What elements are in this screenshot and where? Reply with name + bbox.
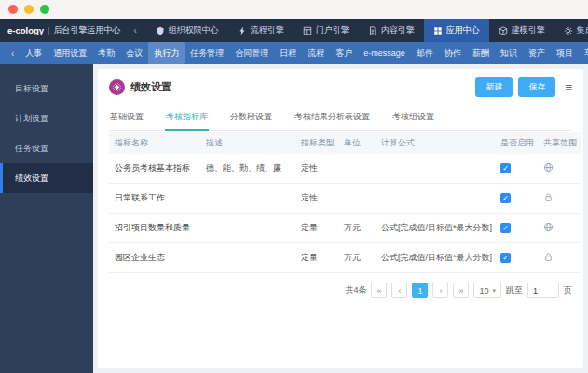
top-nav-item[interactable]: 组织权限中心 xyxy=(146,19,228,42)
module-nav-item[interactable]: 项目 xyxy=(551,42,579,64)
prev-page-button[interactable]: ‹ xyxy=(391,283,407,298)
new-button[interactable]: 新建 xyxy=(475,77,513,97)
module-nav-item[interactable]: 客户 xyxy=(330,42,358,64)
tabs: 基础设置考核指标库分数段设置考核结果分析表设置考核组设置 xyxy=(109,106,572,131)
module-nav-item[interactable]: 流程 xyxy=(302,42,330,64)
top-nav: e-cology | 后台引擎运用中心 ‹ 组织权限中心流程引擎门户引擎内容引擎… xyxy=(0,19,588,42)
indicator-table: 指标名称描述指标类型单位计算公式是否启用共享范围 公务员考核基本指标德、能、勤、… xyxy=(109,132,581,273)
indicator-formula: 公式[完成值/目标值*最大分数] xyxy=(376,214,495,243)
indicator-unit: 万元 xyxy=(338,214,376,243)
performance-settings-icon xyxy=(109,79,125,95)
module-nav-item[interactable]: 车辆 xyxy=(579,42,588,64)
top-nav-item[interactable]: 内容引擎 xyxy=(359,19,424,42)
sidebar-item[interactable]: 任务设置 xyxy=(0,133,93,163)
cube-icon xyxy=(499,26,508,35)
column-header: 是否启用 xyxy=(495,132,538,154)
tab[interactable]: 考核结果分析表设置 xyxy=(294,106,371,130)
module-nav-item[interactable]: 合同管理 xyxy=(229,42,274,64)
tab[interactable]: 考核组设置 xyxy=(391,106,435,130)
module-nav-item[interactable]: 执行力 xyxy=(148,42,185,64)
module-nav-item[interactable]: 会议 xyxy=(120,42,148,64)
module-nav-item[interactable]: 任务管理 xyxy=(185,42,229,64)
top-nav-item[interactable]: 应用中心 xyxy=(424,19,489,42)
jump-page-input[interactable]: 1 xyxy=(527,283,559,298)
top-nav-item-label: 建模引擎 xyxy=(512,24,545,36)
enabled-checkbox[interactable]: ✓ xyxy=(500,193,511,203)
enabled-checkbox[interactable]: ✓ xyxy=(500,163,511,173)
indicator-desc xyxy=(200,214,295,243)
document-icon xyxy=(368,26,377,35)
module-nav-item[interactable]: 人事 xyxy=(20,42,48,64)
main-layout: 目标设置计划设置任务设置绩效设置 绩效设置 新建 保存 ≡ 基础设置考核指标库分… xyxy=(0,64,588,373)
enabled-checkbox[interactable]: ✓ xyxy=(500,253,511,263)
minimize-window-button[interactable] xyxy=(24,5,34,14)
indicator-type: 定性 xyxy=(295,154,338,184)
brand-divider: | xyxy=(48,26,49,35)
zoom-window-button[interactable] xyxy=(40,5,49,14)
globe-icon xyxy=(543,162,554,173)
table-row[interactable]: 园区企业生态定量万元公式[完成值/目标值*最大分数]✓ xyxy=(109,243,581,273)
tab[interactable]: 基础设置 xyxy=(109,106,144,130)
indicator-name: 招引项目数量和质量 xyxy=(109,214,200,243)
indicator-unit xyxy=(338,154,376,184)
module-nav-item[interactable]: 薪酬 xyxy=(467,42,495,64)
table-row[interactable]: 招引项目数量和质量定量万元公式[完成值/目标值*最大分数]✓ xyxy=(109,214,581,243)
close-window-button[interactable] xyxy=(8,5,18,14)
nav-back-icon[interactable]: ‹ xyxy=(133,25,136,35)
enabled-cell: ✓ xyxy=(495,214,538,243)
sidebar-item[interactable]: 计划设置 xyxy=(0,104,93,133)
top-nav-item[interactable]: 集成› xyxy=(554,19,588,42)
content-card: 绩效设置 新建 保存 ≡ 基础设置考核指标库分数段设置考核结果分析表设置考核组设… xyxy=(98,69,583,368)
table-row[interactable]: 公务员考核基本指标德、能、勤、绩、廉定性✓ xyxy=(109,154,581,184)
total-count: 共4条 xyxy=(345,284,366,297)
portal-icon xyxy=(303,26,312,35)
table-body: 公务员考核基本指标德、能、勤、绩、廉定性✓日常联系工作定性✓招引项目数量和质量定… xyxy=(109,154,581,273)
indicator-desc: 德、能、勤、绩、廉 xyxy=(200,154,295,184)
globe-icon xyxy=(543,222,554,232)
column-header: 描述 xyxy=(200,132,295,154)
indicator-desc xyxy=(200,243,295,273)
enabled-cell: ✓ xyxy=(495,243,538,273)
pagination: 共4条 « ‹ 1 › » 10 ▾ 跳至 1 页 xyxy=(109,283,572,298)
indicator-formula xyxy=(376,184,495,214)
tab[interactable]: 分数段设置 xyxy=(229,106,273,130)
enabled-checkbox[interactable]: ✓ xyxy=(500,223,511,233)
module-nav: ‹ 人事通用设置考勤会议执行力任务管理合同管理日程流程客户e-message邮件… xyxy=(0,42,588,64)
save-button[interactable]: 保存 xyxy=(518,77,555,97)
module-nav-item[interactable]: 邮件 xyxy=(411,42,439,64)
sidebar-item[interactable]: 绩效设置 xyxy=(0,163,93,193)
page-size-select[interactable]: 10 ▾ xyxy=(473,283,501,298)
sidebar-item[interactable]: 目标设置 xyxy=(0,74,93,104)
module-nav-item[interactable]: 知识 xyxy=(495,42,523,64)
module-nav-back-icon[interactable]: ‹ xyxy=(6,48,20,59)
indicator-name: 日常联系工作 xyxy=(109,184,200,214)
next-page-button[interactable]: › xyxy=(432,283,448,298)
last-page-button[interactable]: » xyxy=(453,283,469,298)
module-nav-item[interactable]: 日程 xyxy=(274,42,302,64)
top-nav-item[interactable]: 门户引擎 xyxy=(294,19,359,42)
table-row[interactable]: 日常联系工作定性✓ xyxy=(109,184,581,214)
grid-icon xyxy=(433,26,443,35)
module-nav-item[interactable]: 考勤 xyxy=(92,42,120,64)
share-scope-cell xyxy=(538,214,581,243)
first-page-button[interactable]: « xyxy=(371,283,387,298)
window-titlebar xyxy=(0,0,588,19)
page-1-button[interactable]: 1 xyxy=(412,283,428,298)
lock-icon xyxy=(543,252,554,262)
indicator-name: 园区企业生态 xyxy=(109,243,200,273)
list-menu-icon[interactable]: ≡ xyxy=(565,81,572,93)
module-nav-item[interactable]: e-message xyxy=(358,42,411,64)
sidebar: 目标设置计划设置任务设置绩效设置 xyxy=(0,64,93,373)
share-scope-cell xyxy=(538,243,581,273)
module-nav-item[interactable]: 通用设置 xyxy=(48,42,92,64)
page-size-value: 10 xyxy=(479,286,488,296)
shield-icon xyxy=(156,26,165,35)
tab[interactable]: 考核指标库 xyxy=(165,106,209,131)
app-title: 后台引擎运用中心 xyxy=(53,24,120,36)
top-nav-item[interactable]: 流程引擎 xyxy=(228,19,294,42)
module-nav-item[interactable]: 协作 xyxy=(439,42,467,64)
top-nav-item[interactable]: 建模引擎 xyxy=(489,19,554,42)
module-nav-item[interactable]: 资产 xyxy=(523,42,551,64)
app-window: e-cology | 后台引擎运用中心 ‹ 组织权限中心流程引擎门户引擎内容引擎… xyxy=(0,0,588,373)
jump-suffix: 页 xyxy=(564,284,572,297)
